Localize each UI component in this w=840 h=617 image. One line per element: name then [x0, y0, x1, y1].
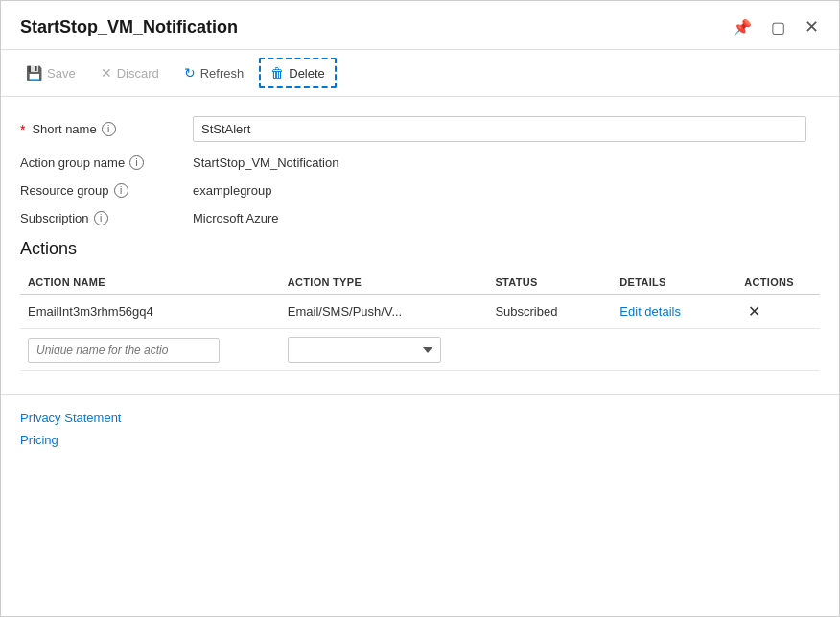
- resource-group-value: examplegroup: [193, 183, 271, 198]
- actions-section: Actions ACTION NAME ACTION TYPE STATUS D…: [20, 239, 820, 371]
- subscription-row: Subscription i Microsoft Azure: [20, 211, 820, 225]
- footer: Privacy Statement Pricing: [1, 394, 839, 464]
- table-cell-actions: ✕: [736, 295, 820, 329]
- subscription-label: Subscription i: [20, 211, 193, 225]
- action-type-value: Email/SMS/Push/V...: [288, 304, 402, 319]
- col-header-actions: ACTIONS: [736, 271, 820, 295]
- discard-icon: ✕: [101, 65, 112, 81]
- col-header-status: STATUS: [487, 271, 612, 295]
- table-cell-details: Edit details: [612, 295, 736, 329]
- edit-details-link[interactable]: Edit details: [619, 304, 681, 319]
- required-star: *: [20, 122, 25, 137]
- action-group-name-label: Action group name i: [20, 155, 193, 170]
- subscription-value: Microsoft Azure: [193, 211, 279, 225]
- short-name-input[interactable]: [193, 116, 806, 142]
- maximize-icon[interactable]: ▢: [766, 16, 790, 38]
- refresh-button[interactable]: ↻ Refresh: [175, 59, 254, 86]
- short-name-label: * Short name i: [20, 122, 193, 137]
- toolbar: 💾 Save ✕ Discard ↻ Refresh 🗑 Delete: [1, 50, 839, 97]
- table-cell-action-type: Email/SMS/Push/V...: [280, 295, 488, 329]
- actions-table: ACTION NAME ACTION TYPE STATUS DETAILS A…: [20, 271, 820, 371]
- resource-group-info-icon[interactable]: i: [114, 183, 128, 198]
- action-group-name-info-icon[interactable]: i: [129, 155, 144, 170]
- col-header-action-type: ACTION TYPE: [280, 271, 488, 295]
- subscription-label-text: Subscription: [20, 211, 89, 225]
- close-icon[interactable]: ✕: [800, 14, 824, 39]
- new-action-row: Email/SMS/Push/Voice Webhook ITSM: [20, 329, 820, 371]
- short-name-info-icon[interactable]: i: [102, 122, 116, 136]
- actions-title: Actions: [20, 239, 820, 259]
- col-header-action-name: ACTION NAME: [20, 271, 280, 295]
- action-group-name-value: StartStop_VM_Notification: [193, 155, 338, 170]
- resource-group-label-text: Resource group: [20, 183, 109, 198]
- action-group-name-row: Action group name i StartStop_VM_Notific…: [20, 155, 820, 170]
- new-action-type-cell: Email/SMS/Push/Voice Webhook ITSM: [280, 329, 488, 371]
- col-header-details: DETAILS: [612, 271, 736, 295]
- action-group-name-label-text: Action group name: [20, 155, 125, 170]
- new-action-type-select[interactable]: Email/SMS/Push/Voice Webhook ITSM: [288, 337, 441, 363]
- save-icon: 💾: [26, 65, 42, 81]
- delete-row-button[interactable]: ✕: [744, 302, 764, 320]
- status-value: Subscribed: [495, 304, 557, 319]
- content-area: * Short name i Action group name i Start…: [1, 97, 839, 387]
- panel: StartStop_VM_Notification 📌 ▢ ✕ 💾 Save ✕…: [0, 0, 840, 617]
- pricing-link[interactable]: Pricing: [20, 433, 820, 447]
- title-bar: StartStop_VM_Notification 📌 ▢ ✕: [1, 1, 839, 50]
- new-action-status-cell: [487, 329, 612, 371]
- panel-title: StartStop_VM_Notification: [20, 17, 238, 37]
- privacy-statement-link[interactable]: Privacy Statement: [20, 411, 820, 425]
- delete-label: Delete: [289, 66, 325, 81]
- subscription-info-icon[interactable]: i: [94, 211, 108, 225]
- title-controls: 📌 ▢ ✕: [728, 14, 824, 39]
- save-label: Save: [47, 66, 76, 81]
- pin-icon[interactable]: 📌: [728, 16, 757, 38]
- new-action-name-input[interactable]: [28, 338, 220, 363]
- refresh-label: Refresh: [200, 66, 245, 81]
- delete-icon: 🗑: [270, 65, 284, 81]
- table-row: EmailInt3m3rhm56gq4 Email/SMS/Push/V... …: [20, 295, 820, 329]
- table-cell-status: Subscribed: [487, 295, 612, 329]
- discard-button[interactable]: ✕ Discard: [91, 59, 169, 86]
- short-name-row: * Short name i: [20, 116, 820, 142]
- new-action-details-cell: [612, 329, 736, 371]
- delete-button[interactable]: 🗑 Delete: [259, 58, 337, 88]
- table-header-row: ACTION NAME ACTION TYPE STATUS DETAILS A…: [20, 271, 820, 295]
- action-name-value: EmailInt3m3rhm56gq4: [28, 304, 153, 319]
- discard-label: Discard: [117, 66, 159, 81]
- table-cell-action-name: EmailInt3m3rhm56gq4: [20, 295, 280, 329]
- save-button[interactable]: 💾 Save: [16, 59, 85, 86]
- refresh-icon: ↻: [184, 65, 196, 81]
- short-name-label-text: Short name: [32, 122, 96, 136]
- resource-group-row: Resource group i examplegroup: [20, 183, 820, 198]
- new-action-actions-cell: [736, 329, 820, 371]
- new-action-name-cell: [20, 329, 280, 371]
- resource-group-label: Resource group i: [20, 183, 193, 198]
